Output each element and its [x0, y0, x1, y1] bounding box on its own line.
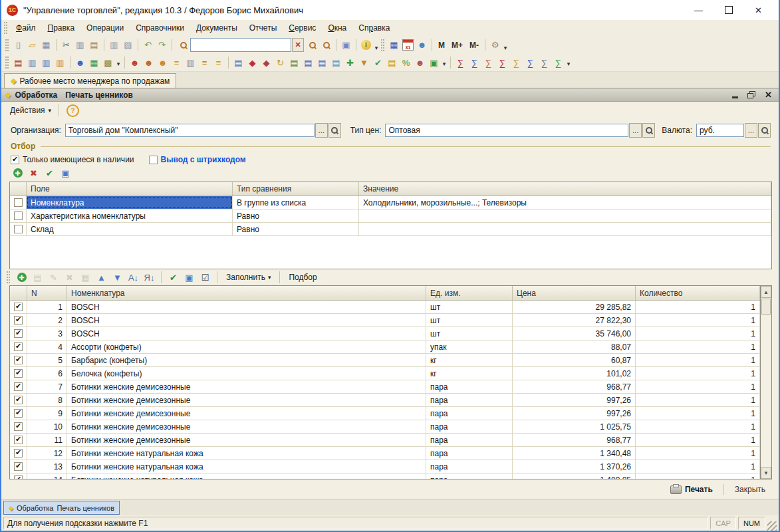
filter-field-cell[interactable]: Номенклатура: [27, 196, 233, 209]
item-row-checkbox[interactable]: [10, 340, 27, 353]
doc-approve-icon[interactable]: ✔: [371, 56, 385, 70]
toggle-checkmarks-icon[interactable]: ☑: [198, 271, 212, 285]
item-number-cell[interactable]: 2: [27, 314, 67, 327]
item-number-cell[interactable]: 3: [27, 327, 67, 340]
item-row-checkbox[interactable]: [10, 420, 27, 433]
report-sales-blue-icon[interactable]: ∑: [467, 56, 481, 70]
info-icon[interactable]: i: [359, 38, 373, 52]
customer-sale-icon[interactable]: ☻: [156, 56, 170, 70]
item-name-cell[interactable]: BOSCH: [67, 301, 426, 313]
retail-sale-icon[interactable]: ◆: [245, 56, 259, 70]
item-name-cell[interactable]: BOSCH: [67, 314, 426, 327]
item-number-cell[interactable]: 11: [27, 434, 67, 446]
calendar-icon[interactable]: 31: [401, 38, 415, 52]
undo-icon[interactable]: ↶: [141, 38, 155, 52]
item-price-cell[interactable]: 997,26: [513, 407, 636, 420]
item-unit-cell[interactable]: пара: [426, 394, 513, 406]
menu-справка[interactable]: Справка: [352, 21, 396, 35]
item-row[interactable]: 7Ботинки женские демисезонныепара968,771: [10, 380, 760, 394]
memory-add-button[interactable]: M+: [448, 39, 466, 51]
toolbar-grip[interactable]: [5, 57, 9, 68]
doc-incoming-icon[interactable]: ▤: [315, 56, 329, 70]
item-number-cell[interactable]: 8: [27, 394, 67, 406]
fill-button[interactable]: Заполнить▾: [222, 271, 275, 283]
item-row[interactable]: 9Ботинки женские демисезонныепара997,261: [10, 407, 760, 420]
item-row-checkbox[interactable]: [10, 301, 27, 313]
item-name-cell[interactable]: Ботинки женские демисезонные: [67, 407, 426, 420]
item-price-cell[interactable]: 60,87: [513, 354, 636, 366]
scroll-down-icon[interactable]: ▼: [761, 467, 771, 479]
move-up-icon[interactable]: ▲: [94, 271, 108, 285]
item-unit-cell[interactable]: упак: [426, 340, 513, 353]
add-filter-row-icon[interactable]: ✚: [11, 166, 25, 180]
close-form-button[interactable]: Закрыть: [731, 483, 769, 496]
coins-stack-icon[interactable]: ≡: [211, 56, 225, 70]
filter-comparison-cell[interactable]: В группе из списка: [233, 196, 359, 209]
item-unit-cell[interactable]: шт: [426, 301, 513, 313]
currency-select-button[interactable]: …: [745, 123, 757, 138]
item-price-cell[interactable]: 27 822,30: [513, 314, 636, 327]
item-number-cell[interactable]: 10: [27, 420, 67, 433]
price-type-select-button[interactable]: …: [629, 123, 642, 138]
toolbar-grip[interactable]: [5, 39, 9, 51]
item-price-cell[interactable]: 88,07: [513, 340, 636, 353]
minimize-button[interactable]: —: [684, 1, 714, 19]
coins-receipt-icon[interactable]: ≡: [170, 56, 184, 70]
delete-row-icon[interactable]: ✖: [63, 271, 76, 285]
item-qty-cell[interactable]: 1: [636, 301, 760, 313]
service-settings-icon[interactable]: ⚙: [488, 38, 502, 52]
item-name-cell[interactable]: Ботинки женские натуральная кожа: [67, 460, 426, 473]
item-unit-cell[interactable]: пара: [426, 447, 513, 460]
item-row-checkbox[interactable]: [10, 327, 27, 340]
toolbar-grip[interactable]: [7, 271, 10, 283]
doc-return-icon[interactable]: ▤: [329, 56, 343, 70]
filter-row[interactable]: СкладРавно: [10, 223, 771, 236]
item-price-cell[interactable]: 1 370,26: [513, 460, 636, 473]
print-report-icon[interactable]: ▥: [25, 56, 39, 70]
copy-settings-icon[interactable]: ▣: [182, 271, 196, 285]
add-row-icon[interactable]: ✚: [15, 271, 29, 285]
filter-row-checkbox[interactable]: [10, 209, 27, 222]
edit-row-icon[interactable]: ✎: [47, 271, 61, 285]
dropdown-arrow[interactable]: ▾: [441, 61, 448, 67]
money-turnover-icon[interactable]: ↻: [273, 56, 287, 70]
item-qty-cell[interactable]: 1: [636, 340, 760, 353]
item-price-cell[interactable]: 35 746,00: [513, 327, 636, 340]
item-unit-cell[interactable]: пара: [426, 380, 513, 393]
filter-row-checkbox[interactable]: [10, 223, 27, 235]
resize-grip[interactable]: [767, 521, 777, 531]
item-qty-cell[interactable]: 1: [636, 447, 760, 460]
doc-customer-icon[interactable]: ☻: [413, 56, 427, 70]
cash-register-icon[interactable]: ▩: [101, 56, 115, 70]
scroll-up-icon[interactable]: ▲: [761, 286, 771, 298]
item-row[interactable]: 1BOSCHшт29 285,821: [10, 301, 760, 314]
item-number-cell[interactable]: 7: [27, 380, 67, 393]
filter-comparison-cell[interactable]: Равно: [233, 223, 359, 235]
cash-money-icon[interactable]: ▦: [87, 56, 101, 70]
item-row[interactable]: 10Ботинки женские демисезонныепара1 025,…: [10, 420, 760, 434]
barcode-output-checkbox[interactable]: Вывод с штрихкодом: [149, 155, 246, 164]
checkbox-icon[interactable]: [14, 436, 23, 444]
item-row[interactable]: 5Барбарис (конфеты)кг60,871: [10, 354, 760, 367]
item-qty-cell[interactable]: 1: [636, 407, 760, 420]
item-row-checkbox[interactable]: [10, 367, 27, 380]
item-qty-cell[interactable]: 1: [636, 394, 760, 406]
buyer-document-icon[interactable]: ▤: [231, 56, 245, 70]
item-number-cell[interactable]: 4: [27, 340, 67, 353]
menu-окна[interactable]: Окна: [322, 21, 352, 35]
filter-copy-settings-icon[interactable]: ▣: [59, 166, 72, 180]
item-qty-cell[interactable]: 1: [636, 473, 760, 479]
checkbox-icon[interactable]: [14, 449, 23, 458]
item-row-checkbox[interactable]: [10, 407, 27, 420]
checkbox-icon[interactable]: [11, 156, 19, 164]
help-button[interactable]: ?: [62, 102, 84, 119]
item-row[interactable]: 8Ботинки женские демисезонныепара997,261: [10, 394, 760, 407]
retail-return-icon[interactable]: ◆: [259, 56, 273, 70]
save-icon[interactable]: ▦: [39, 38, 53, 52]
items-scrollbar[interactable]: ▲ ▼: [760, 286, 771, 479]
item-row-checkbox[interactable]: [10, 354, 27, 366]
item-number-cell[interactable]: 14: [27, 473, 67, 479]
item-row-checkbox[interactable]: [10, 394, 27, 406]
window-list-icon[interactable]: ▣: [339, 38, 353, 52]
menu-отчеты[interactable]: Отчеты: [243, 21, 283, 35]
